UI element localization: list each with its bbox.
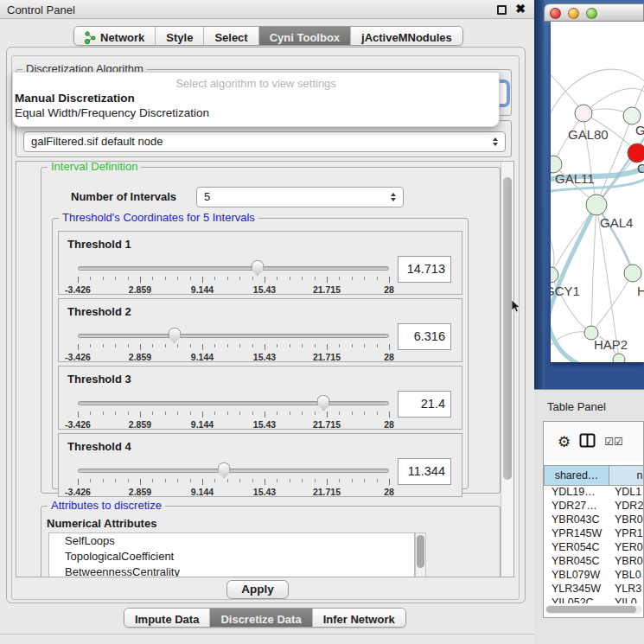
tick-mark xyxy=(140,344,141,350)
stepper-arrows xyxy=(391,190,398,204)
threshold-value-field[interactable]: 21.4 xyxy=(398,391,451,418)
cell-shared-name[interactable]: YBL079W xyxy=(544,569,609,583)
tab-impute-data[interactable]: Impute Data xyxy=(124,609,210,627)
scrollbar-thumb[interactable] xyxy=(503,177,512,480)
network-node[interactable] xyxy=(586,194,607,215)
threshold-slider[interactable]: -3.4262.8599.14415.4321.71528 xyxy=(78,398,389,430)
threshold-value-field[interactable]: 14.713 xyxy=(398,256,451,283)
threshold-value-field[interactable]: 11.344 xyxy=(398,458,451,485)
gear-icon[interactable]: ⚙ xyxy=(558,433,571,451)
cell-name[interactable]: YBR0 xyxy=(609,513,644,527)
tick-mark xyxy=(290,479,290,482)
network-window-titlebar[interactable] xyxy=(544,3,644,22)
threshold-slider[interactable]: -3.4262.8599.14415.4321.71528 xyxy=(78,330,389,363)
tab-infer-network[interactable]: Infer Network xyxy=(313,609,405,627)
cell-shared-name[interactable]: YDL19… xyxy=(544,486,609,500)
cell-name[interactable]: YIL0 xyxy=(609,596,644,603)
close-panel-icon[interactable]: ✖ xyxy=(515,2,526,16)
slider-track[interactable] xyxy=(78,334,389,338)
cell-shared-name[interactable]: YDR27… xyxy=(544,500,609,513)
attributes-list-scrollbar[interactable] xyxy=(415,532,426,577)
cell-shared-name[interactable]: YER054C xyxy=(544,541,609,555)
cell-shared-name[interactable]: YBR045C xyxy=(544,555,609,569)
tick-mark xyxy=(239,411,240,415)
minimize-button[interactable] xyxy=(568,8,579,19)
network-edge[interactable] xyxy=(591,273,633,333)
cell-shared-name[interactable]: YPR145W xyxy=(544,527,609,541)
cell-name[interactable]: YBR0 xyxy=(609,555,644,569)
network-node[interactable] xyxy=(624,265,641,282)
attribute-list-item[interactable]: BetweennessCentrality xyxy=(49,564,414,577)
cell-shared-name[interactable]: YIL052C xyxy=(544,596,609,603)
threshold-value-field[interactable]: 6.316 xyxy=(398,323,451,350)
cell-shared-name[interactable]: YLR345W xyxy=(544,583,609,596)
network-node[interactable] xyxy=(613,354,625,362)
tab-cyni-toolbox[interactable]: Cyni Toolbox xyxy=(259,27,351,45)
table-row[interactable]: YPR145WYPR1 xyxy=(544,527,644,541)
network-node[interactable] xyxy=(551,267,558,283)
split-columns-icon[interactable] xyxy=(579,433,596,450)
table-row[interactable]: YER054CYER0 xyxy=(544,541,644,555)
table-data-combobox[interactable]: galFiltered.sif default node xyxy=(23,131,506,152)
slider-track[interactable] xyxy=(78,469,389,473)
cell-name[interactable]: YDL1 xyxy=(609,486,644,500)
cell-name[interactable]: YBL0 xyxy=(609,569,644,583)
attribute-list-item[interactable]: SelfLoops xyxy=(49,533,414,549)
cell-shared-name[interactable]: YBR043C xyxy=(544,513,609,527)
table-row[interactable]: YIL052CYIL0 xyxy=(544,596,644,603)
slider-thumb[interactable] xyxy=(251,260,264,276)
table-row[interactable]: YBL079WYBL0 xyxy=(544,569,644,583)
dropdown-option-equal-width[interactable]: Equal Width/Frequency Discretization xyxy=(13,105,499,120)
slider-thumb[interactable] xyxy=(218,462,231,478)
table-row[interactable]: YBR045CYBR0 xyxy=(544,555,644,569)
tab-discretize-data[interactable]: Discretize Data xyxy=(210,609,312,627)
close-button[interactable] xyxy=(550,8,561,19)
table-horizontal-scrollbar[interactable] xyxy=(545,605,642,614)
network-canvas[interactable]: GAL80GCGAL11GAL4GCY1HHAP2 xyxy=(551,22,644,362)
network-edge[interactable] xyxy=(551,205,596,275)
slider-thumb[interactable] xyxy=(168,328,181,343)
slider-track[interactable] xyxy=(78,266,389,271)
network-edge[interactable] xyxy=(591,205,596,333)
tab-select[interactable]: Select xyxy=(204,27,258,45)
network-view[interactable]: GAL80GCGAL11GAL4GCY1HHAP2 xyxy=(551,22,644,362)
table-panel: Table Panel ⚙ ☑☑ shared… na YDL19…YDL1YD… xyxy=(534,389,644,644)
tab-network[interactable]: Network xyxy=(74,27,156,45)
table-row[interactable]: YBR043CYBR0 xyxy=(544,513,644,527)
cell-name[interactable]: YLR3 xyxy=(609,583,644,596)
network-node[interactable] xyxy=(628,143,644,163)
attribute-list-item[interactable]: TopologicalCoefficient xyxy=(49,549,414,564)
network-node[interactable] xyxy=(623,107,641,124)
tick-label: 9.144 xyxy=(191,352,214,362)
slider-track[interactable] xyxy=(78,401,389,405)
scrollbar-thumb[interactable] xyxy=(417,535,424,568)
tick-label: 21.715 xyxy=(313,352,341,362)
numerical-attributes-list[interactable]: SelfLoopsTopologicalCoefficientBetweenne… xyxy=(48,532,415,577)
table-row[interactable]: YLR345WYLR3 xyxy=(544,583,644,596)
threshold-slider[interactable]: -3.4262.8599.14415.4321.71528 xyxy=(78,263,389,296)
dropdown-option-manual-discretization[interactable]: Manual Discretization xyxy=(13,91,499,105)
network-node[interactable] xyxy=(551,156,562,173)
tab-jactivemnodules[interactable]: jActiveMNodules xyxy=(351,27,462,45)
network-node[interactable] xyxy=(575,105,592,122)
tick-mark xyxy=(265,411,265,418)
settings-scrollbar[interactable] xyxy=(501,162,513,577)
table-row[interactable]: YDL19…YDL1 xyxy=(544,486,644,500)
zoom-button[interactable] xyxy=(586,8,597,19)
threshold-slider[interactable]: -3.4262.8599.14415.4321.71528 xyxy=(78,465,389,498)
float-window-icon[interactable] xyxy=(497,5,507,15)
cell-name[interactable]: YDR2 xyxy=(609,500,644,513)
scrollbar-thumb[interactable] xyxy=(546,606,636,613)
column-header-shared-name[interactable]: shared… xyxy=(544,465,609,486)
cell-name[interactable]: YER0 xyxy=(609,541,644,555)
tab-style[interactable]: Style xyxy=(156,27,204,45)
cell-name[interactable]: YPR1 xyxy=(609,527,644,541)
slider-thumb[interactable] xyxy=(317,395,330,411)
num-intervals-combobox[interactable]: 5 xyxy=(196,187,404,207)
tick-label: -3.426 xyxy=(65,419,91,430)
select-columns-icon[interactable]: ☑☑ xyxy=(604,436,623,448)
tick-label: 9.144 xyxy=(191,419,214,430)
apply-button[interactable]: Apply xyxy=(226,580,289,599)
table-row[interactable]: YDR27…YDR2 xyxy=(544,500,644,513)
column-header-name[interactable]: na xyxy=(609,465,644,486)
